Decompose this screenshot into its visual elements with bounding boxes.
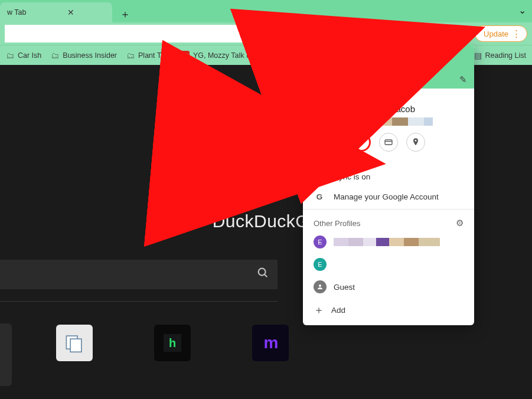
bookmark-star-icon[interactable]: ☆ [363,28,371,40]
bookmark-label: Stale [285,51,302,60]
guest-profile-row[interactable]: Guest [303,276,474,298]
browser-toolbar: ☆ A G Q Update ⋮ [0,22,532,45]
shortcut-tile-hulu[interactable]: h [137,325,208,386]
manage-google-account-row[interactable]: G Manage your Google Account [303,187,474,207]
rs-favicon-icon: RS [180,51,190,60]
other-profile-1[interactable]: E [303,231,474,253]
svg-rect-6 [70,339,81,352]
shortcut-favicon-icon: m [252,325,289,361]
tab-strip: w Tab ✕ ＋ ⌄ [0,0,532,22]
bookmark-label: Car Ish [18,51,41,60]
shortcut-favicon-icon: h [154,325,191,361]
add-profile-row[interactable]: ＋ Add [303,298,474,322]
new-tab-button[interactable]: ＋ [117,6,133,22]
extension-q-icon[interactable]: Q [411,27,424,40]
update-button-label: Update [484,30,508,38]
bookmark-stale[interactable]: Stale [272,51,302,60]
profile-avatar-button[interactable] [457,26,472,41]
active-tab[interactable]: w Tab ✕ [0,2,112,22]
divider [0,301,278,302]
other-profile-2[interactable]: E [303,253,474,276]
svg-line-4 [265,274,267,277]
bookmark-label: Plant Tips [138,51,171,60]
profile-name: Ennica Jacob [303,104,474,114]
search-input[interactable] [0,260,278,289]
bookmark-label: Business Insider [63,51,117,60]
profile-email-redacted [344,117,433,126]
svg-point-2 [265,159,266,161]
edit-profile-icon[interactable]: ✎ [459,74,467,85]
update-button[interactable]: Update ⋮ [475,25,527,42]
reading-list-icon: ▤ [474,51,482,60]
search-icon[interactable] [256,266,269,283]
shortcut-row: h m [0,325,306,386]
payment-card-button[interactable] [379,133,398,152]
folder-icon: 🗂 [126,51,135,60]
svg-point-10 [319,284,321,287]
profile-name-redacted [334,238,440,246]
manage-profiles-gear-icon[interactable]: ⚙ [456,218,464,228]
sync-status-label: Sync is on [334,172,370,181]
tab-title: w Tab [7,8,26,17]
bookmark-label: YG, Mozzy Talk Fa… [193,51,262,60]
profile-dropdown: ✎ Ennica Jacob ⟳ Sync is on G Manage you… [303,45,474,325]
sync-status-row[interactable]: ⟳ Sync is on [303,166,474,187]
sync-on-icon: ⟳ [314,171,325,182]
extension-a-icon[interactable]: A [380,27,393,40]
manage-account-label: Manage your Google Account [334,192,439,201]
folder-icon: 🗂 [51,51,59,60]
passwords-key-button[interactable] [352,133,371,152]
bookmark-folder-business-insider[interactable]: 🗂 Business Insider [51,51,117,60]
profile-initial-icon: E [314,258,327,271]
plus-icon: ＋ [314,303,324,317]
bookmark-yg-mozzy[interactable]: RS YG, Mozzy Talk Fa… [180,51,262,60]
reading-list-button[interactable]: ▤ Reading List [474,51,527,60]
guest-label: Guest [334,283,355,292]
shortcut-tile[interactable] [39,325,110,386]
profile-initial-icon: E [314,236,327,248]
addresses-pin-button[interactable] [406,133,425,152]
svg-rect-8 [385,140,392,145]
other-profiles-header: Other Profiles [314,219,360,228]
extension-grammarly-icon[interactable]: G [396,27,409,40]
shortcut-favicon-icon [56,325,93,361]
extensions-puzzle-icon[interactable] [442,27,455,40]
add-profile-label: Add [331,306,345,315]
google-g-icon: G [314,192,325,201]
bookmark-folder-car-ish[interactable]: 🗂 Car Ish [6,51,41,60]
bookmark-folder-plant-tips[interactable]: 🗂 Plant Tips [126,51,171,60]
extension-pincushion-icon[interactable] [426,27,439,40]
guest-icon [314,280,327,293]
duckduckgo-duck-icon [231,130,302,201]
divider [303,209,474,210]
shortcut-tile-partial[interactable] [0,323,12,386]
svg-point-3 [259,269,266,276]
reading-list-label: Reading List [485,51,527,60]
tabs-overflow-chevron-icon[interactable]: ⌄ [518,5,526,16]
svg-point-7 [358,142,361,145]
stale-favicon-icon [272,51,281,60]
folder-icon: 🗂 [6,51,14,60]
omnibox[interactable]: ☆ [5,25,376,42]
sync-badge-icon [398,86,409,97]
shortcut-tile-max[interactable]: m [235,325,306,386]
close-tab-icon[interactable]: ✕ [67,8,74,17]
